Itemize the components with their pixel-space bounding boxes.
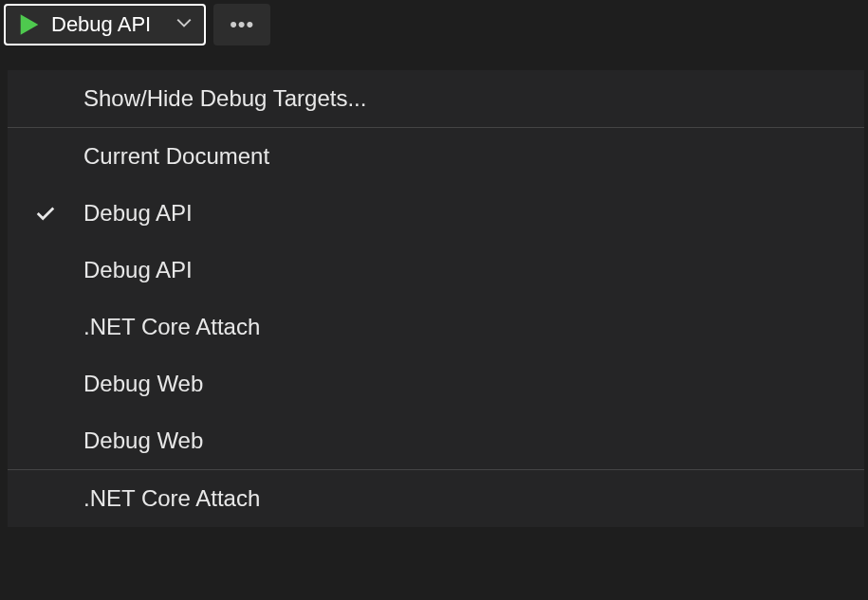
debug-target-dropdown-button[interactable] (164, 9, 204, 41)
menu-check-column (8, 203, 83, 224)
menu-item-label: Show/Hide Debug Targets... (83, 85, 864, 112)
menu-item-debug-api-2[interactable]: Debug API (8, 242, 864, 299)
check-icon (35, 203, 56, 224)
debug-target-label: Debug API (51, 12, 151, 37)
toolbar: Debug API ••• (0, 0, 868, 49)
menu-item-label: .NET Core Attach (83, 314, 864, 340)
play-icon (19, 13, 40, 36)
menu-item-label: Current Document (83, 143, 864, 170)
menu-item-net-core-attach[interactable]: .NET Core Attach (8, 299, 864, 355)
chevron-down-icon (175, 14, 193, 35)
more-horizontal-icon: ••• (230, 12, 254, 37)
menu-item-debug-web-2[interactable]: Debug Web (8, 412, 864, 469)
menu-item-label: Debug Web (83, 371, 864, 397)
menu-item-debug-web[interactable]: Debug Web (8, 355, 864, 412)
menu-item-net-core-attach-2[interactable]: .NET Core Attach (8, 470, 864, 527)
svg-marker-0 (21, 14, 39, 34)
debug-target-button-group: Debug API (4, 4, 206, 45)
more-options-button[interactable]: ••• (213, 4, 270, 45)
menu-item-current-document[interactable]: Current Document (8, 128, 864, 185)
menu-item-label: Debug API (83, 257, 864, 283)
menu-item-label: Debug API (83, 200, 864, 227)
menu-item-label: .NET Core Attach (83, 485, 864, 512)
menu-item-debug-api[interactable]: Debug API (8, 185, 864, 242)
debug-targets-menu: Show/Hide Debug Targets... Current Docum… (8, 70, 864, 527)
menu-item-label: Debug Web (83, 427, 864, 454)
start-debug-button[interactable]: Debug API (6, 7, 164, 43)
menu-item-show-hide-targets[interactable]: Show/Hide Debug Targets... (8, 70, 864, 127)
